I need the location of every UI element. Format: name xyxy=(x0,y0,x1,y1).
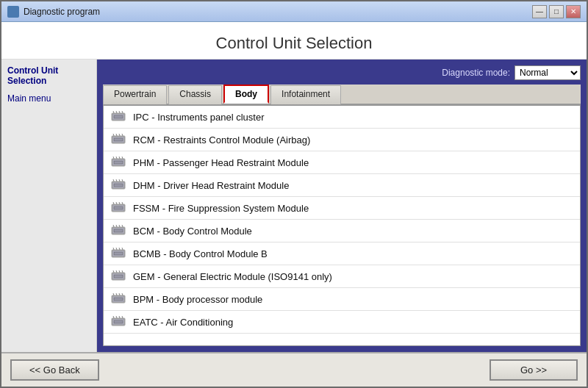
svg-line-33 xyxy=(119,202,120,204)
main-content: Control Unit Selection Main menu Diagnos… xyxy=(1,60,587,352)
ecu-icon xyxy=(111,201,127,215)
svg-rect-2 xyxy=(114,115,123,118)
svg-line-12 xyxy=(119,134,120,136)
list-item-text: BCM - Body Control Module xyxy=(133,226,252,237)
diagnostic-mode-label: Diagnostic mode: xyxy=(442,68,510,78)
sidebar-item-main-menu[interactable]: Main menu xyxy=(7,93,90,104)
svg-line-4 xyxy=(116,111,117,113)
svg-line-5 xyxy=(119,111,120,113)
svg-line-34 xyxy=(122,202,123,204)
svg-line-54 xyxy=(119,270,120,273)
ecu-icon xyxy=(111,292,127,306)
svg-line-59 xyxy=(113,293,114,295)
svg-rect-44 xyxy=(114,252,123,255)
minimize-button[interactable]: — xyxy=(532,5,547,18)
svg-line-6 xyxy=(122,111,123,113)
app-icon xyxy=(7,6,19,18)
svg-line-45 xyxy=(113,248,114,250)
svg-line-66 xyxy=(113,316,114,318)
svg-line-24 xyxy=(113,179,114,182)
svg-line-53 xyxy=(116,270,117,273)
list-item[interactable]: DHM - Driver Head Restraint Module xyxy=(104,174,580,197)
list-item-text: EATC - Air Conditioning xyxy=(133,317,233,328)
svg-line-27 xyxy=(122,179,123,182)
ecu-icon xyxy=(111,224,127,237)
svg-line-61 xyxy=(119,293,120,295)
list-item-text: PHM - Passenger Head Restraint Module xyxy=(133,157,309,168)
svg-line-60 xyxy=(116,293,117,295)
close-button[interactable]: ✕ xyxy=(566,5,581,18)
ecu-icon xyxy=(111,133,127,146)
content-area: Diagnostic mode: Normal Extended Diagnos… xyxy=(97,60,587,352)
module-list-scroll[interactable]: IPC - Instruments panel cluster RCM - Re… xyxy=(104,106,580,345)
list-item[interactable]: BPM - Body processor module xyxy=(104,288,580,311)
tab-body[interactable]: Body xyxy=(223,85,269,104)
svg-line-41 xyxy=(122,225,123,227)
list-item-text: RCM - Restraints Control Module (Airbag) xyxy=(133,134,310,146)
list-item[interactable]: BCMB - Body Control Module B xyxy=(104,242,580,265)
svg-line-62 xyxy=(122,293,123,295)
page-title: Control Unit Selection xyxy=(1,34,587,53)
svg-rect-37 xyxy=(114,229,123,232)
ecu-icon xyxy=(111,156,127,169)
ecu-icon xyxy=(111,179,127,192)
svg-line-13 xyxy=(122,134,123,136)
svg-line-67 xyxy=(116,316,117,318)
tab-powertrain[interactable]: Powertrain xyxy=(103,85,167,104)
svg-rect-30 xyxy=(114,206,123,209)
window-title: Diagnostic program xyxy=(24,7,532,17)
sidebar-item-control-unit[interactable]: Control Unit Selection xyxy=(7,65,90,86)
svg-line-55 xyxy=(122,270,123,273)
svg-line-68 xyxy=(119,316,120,318)
svg-line-17 xyxy=(113,157,114,159)
svg-line-26 xyxy=(119,179,120,182)
svg-line-47 xyxy=(119,248,120,250)
svg-line-25 xyxy=(116,179,117,182)
svg-line-38 xyxy=(113,225,114,227)
list-item[interactable]: PHM - Passenger Head Restraint Module xyxy=(104,151,580,174)
diagnostic-mode-select[interactable]: Normal Extended Diagnostic xyxy=(514,65,581,80)
list-item[interactable]: GEM - General Electric Module (ISO9141 o… xyxy=(104,265,580,288)
svg-line-32 xyxy=(116,202,117,204)
ecu-icon xyxy=(111,247,127,260)
list-item-text: IPC - Instruments panel cluster xyxy=(133,112,264,123)
svg-line-11 xyxy=(116,134,117,136)
list-item-text: BCMB - Body Control Module B xyxy=(133,248,268,259)
svg-line-10 xyxy=(113,134,114,136)
list-item[interactable]: FSSM - Fire Suppression System Module xyxy=(104,197,580,220)
list-item-text: GEM - General Electric Module (ISO9141 o… xyxy=(133,271,332,282)
maximize-button[interactable]: □ xyxy=(549,5,564,18)
svg-line-31 xyxy=(113,202,114,204)
ecu-icon xyxy=(111,110,127,123)
diagnostic-mode-bar: Diagnostic mode: Normal Extended Diagnos… xyxy=(103,65,581,80)
list-item[interactable]: EATC - Air Conditioning xyxy=(104,311,580,334)
svg-line-20 xyxy=(122,157,123,159)
go-forward-button[interactable]: Go >> xyxy=(490,359,578,381)
svg-rect-9 xyxy=(114,138,123,141)
title-bar: Diagnostic program — □ ✕ xyxy=(1,1,587,22)
bottom-bar: << Go Back Go >> xyxy=(1,352,587,387)
tab-chassis[interactable]: Chassis xyxy=(168,85,222,104)
svg-line-48 xyxy=(122,248,123,250)
list-item[interactable]: RCM - Restraints Control Module (Airbag) xyxy=(104,129,580,151)
svg-rect-51 xyxy=(114,275,123,278)
svg-rect-58 xyxy=(114,298,123,301)
tab-infotainment[interactable]: Infotainment xyxy=(270,85,341,104)
list-item-text: DHM - Driver Head Restraint Module xyxy=(133,180,289,191)
svg-line-19 xyxy=(119,157,120,159)
main-window: Diagnostic program — □ ✕ Control Unit Se… xyxy=(0,0,588,388)
go-back-button[interactable]: << Go Back xyxy=(10,359,99,381)
svg-rect-23 xyxy=(114,184,123,187)
svg-line-39 xyxy=(116,225,117,227)
svg-line-3 xyxy=(113,111,114,113)
list-item-text: BPM - Body processor module xyxy=(133,294,262,305)
list-item[interactable]: BCM - Body Control Module xyxy=(104,220,580,242)
svg-line-46 xyxy=(116,248,117,250)
module-list-container: IPC - Instruments panel cluster RCM - Re… xyxy=(103,105,581,346)
ecu-icon xyxy=(111,270,127,283)
list-item[interactable]: IPC - Instruments panel cluster xyxy=(104,106,580,129)
svg-rect-16 xyxy=(114,161,123,164)
svg-line-40 xyxy=(119,225,120,227)
svg-line-52 xyxy=(113,270,114,273)
ecu-icon xyxy=(111,315,127,328)
